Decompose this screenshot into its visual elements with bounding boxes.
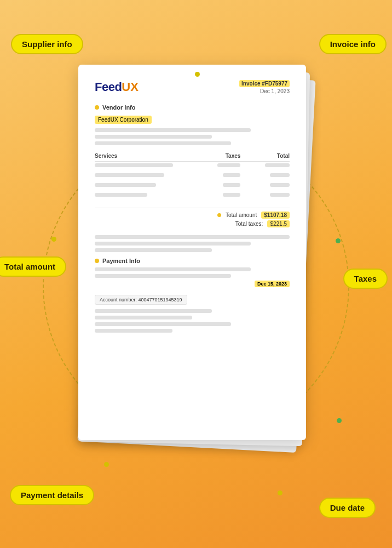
line [223, 183, 240, 187]
total-taxes-label: Total taxes: [235, 221, 263, 227]
account-number: Account number: 4004770151945319 [95, 295, 187, 305]
line [95, 183, 156, 187]
line [95, 128, 251, 132]
payment-section: Payment Info Dec 15, 2023 Account number… [95, 258, 290, 333]
invoice-number: Invoice #FD75977 [239, 80, 290, 87]
logo-ux: UX [122, 80, 139, 94]
invoice-stack: Feed UX Invoice #FD75977 Dec 1, 2023 Ven… [78, 65, 314, 440]
totals-section: Total amount $1107.18 Total taxes: $221.… [95, 208, 290, 227]
line [270, 173, 290, 177]
total-dot [217, 213, 221, 217]
total-amount-row: Total amount $1107.18 [95, 212, 290, 219]
due-date-text: Due date [330, 503, 365, 512]
col-taxes: Taxes [182, 151, 240, 162]
supplier-info-text: Supplier info [22, 39, 72, 49]
payment-lines-bottom [95, 309, 290, 333]
table-row [95, 191, 290, 201]
vendor-lines [95, 128, 290, 145]
total-taxes-value: $221.5 [267, 220, 290, 227]
total-amount-text: Total amount [4, 262, 55, 271]
payment-label-text: Payment Info [102, 258, 140, 264]
total-amount-label: Total amount [0, 256, 66, 277]
col-total: Total [240, 151, 290, 162]
line [95, 248, 212, 252]
payment-details-label: Payment details [10, 485, 94, 505]
invoice-info-text: Invoice info [330, 39, 376, 49]
vendor-label-text: Vendor Info [102, 104, 136, 111]
line [95, 329, 172, 333]
circle-dot-right-lower [337, 418, 342, 423]
invoice-header: Feed UX Invoice #FD75977 Dec 1, 2023 [95, 80, 290, 94]
due-date-value: Dec 15, 2023 [255, 281, 290, 287]
invoice-meta: Invoice #FD75977 Dec 1, 2023 [239, 80, 290, 94]
line [95, 235, 290, 239]
circle-dot-top [195, 72, 200, 77]
line [95, 309, 212, 313]
line [95, 322, 231, 326]
line [270, 183, 290, 187]
payment-section-header: Payment Info [95, 258, 290, 264]
invoice-paper: Feed UX Invoice #FD75977 Dec 1, 2023 Ven… [78, 65, 306, 440]
invoice-date: Dec 1, 2023 [239, 88, 290, 94]
col-services: Services [95, 151, 182, 162]
total-amount-value: $1107.18 [261, 212, 290, 219]
vendor-section-header: Vendor Info [95, 104, 290, 111]
circle-dot-right-mid [336, 238, 341, 243]
line [265, 163, 290, 167]
line [95, 141, 231, 145]
line [95, 267, 251, 271]
line [217, 163, 241, 167]
table-row [95, 181, 290, 191]
payment-details-text: Payment details [21, 490, 83, 500]
supplier-info-label: Supplier info [11, 34, 83, 54]
line [95, 193, 147, 197]
line [223, 193, 240, 197]
taxes-label: Taxes [343, 269, 388, 289]
circle-dot-left [51, 237, 56, 242]
logo: Feed UX [95, 80, 139, 94]
payment-dot [95, 259, 99, 263]
line [95, 135, 212, 139]
line [95, 242, 251, 246]
payment-lines-top [95, 267, 290, 278]
total-amount-label: Total amount [226, 212, 257, 218]
line [95, 274, 231, 278]
vendor-dot [95, 105, 99, 110]
invoice-info-label: Invoice info [319, 34, 387, 54]
circle-dot-bottom-right [278, 490, 283, 495]
due-date-label: Due date [319, 498, 376, 518]
table-row [95, 162, 290, 172]
circle-dot-bottom-left [104, 462, 109, 467]
line [270, 193, 290, 197]
table-row [95, 172, 290, 181]
post-totals-lines [95, 235, 290, 252]
line [95, 173, 164, 177]
line [95, 163, 173, 167]
logo-feed: Feed [95, 80, 122, 94]
taxes-text: Taxes [354, 274, 377, 283]
invoice-table: Services Taxes Total [95, 151, 290, 201]
vendor-name: FeedUX Corporation [95, 116, 152, 124]
line [95, 316, 192, 319]
total-taxes-row: Total taxes: $221.5 [95, 220, 290, 227]
line [223, 173, 240, 177]
